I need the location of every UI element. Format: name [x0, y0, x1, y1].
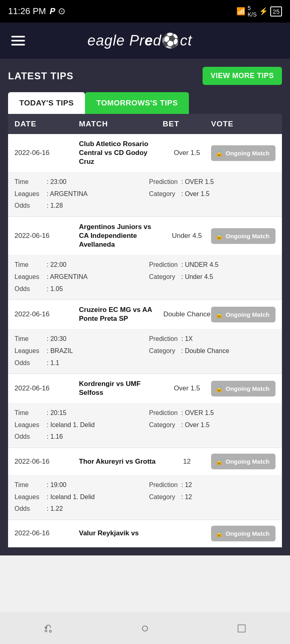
match-3-date: 2022-06-16	[14, 310, 79, 318]
match-5-date: 2022-06-16	[14, 458, 79, 466]
match-6-date: 2022-06-16	[14, 529, 79, 537]
lock-icon-4: 🔒	[215, 385, 223, 392]
label-time-1: Time	[14, 177, 47, 187]
match-row-6: 2022-06-16 Valur Reykjavik vs 🔒 Ongoing …	[8, 520, 282, 547]
lock-icon-1: 🔒	[215, 149, 223, 157]
match-row-3: 2022-06-16 Cruzeiro EC MG vs AA Ponte Pr…	[8, 300, 282, 374]
label-pred-1: Prediction	[149, 177, 181, 187]
match-3-name: Cruzeiro EC MG vs AA Ponte Preta SP	[79, 305, 163, 323]
signal-icon: 📶	[236, 7, 245, 16]
home-button[interactable]: ○	[141, 621, 149, 636]
value-odds-1: : 1.28	[47, 200, 63, 211]
lock-icon-3: 🔒	[215, 311, 223, 318]
table-header-row: DATE MATCH BET VOTE	[8, 114, 282, 134]
col-bet: BET	[163, 120, 211, 128]
match-5-status-button[interactable]: 🔒 Ongoing Match	[211, 454, 276, 469]
tips-table: DATE MATCH BET VOTE 2022-06-16 Club Atle…	[8, 114, 282, 547]
lock-icon-5: 🔒	[215, 458, 223, 465]
match-6-status-button[interactable]: 🔒 Ongoing Match	[211, 526, 276, 541]
app-header: eagle Pred⚽ct	[0, 23, 290, 59]
value-league-1: : ARGENTINA	[47, 189, 87, 199]
match-4-status-button[interactable]: 🔒 Ongoing Match	[211, 381, 276, 396]
bottom-navigation: ⎌ ○ □	[0, 612, 290, 644]
label-odds-1: Odds	[14, 200, 47, 211]
value-time-1: : 23:00	[47, 177, 66, 187]
match-4-date: 2022-06-16	[14, 384, 79, 392]
latest-tips-header: LATEST TIPS VIEW MORE TIPS	[8, 67, 282, 85]
match-2-bet: Under 4.5	[163, 232, 211, 240]
tabs-container: TODAY'S TIPS TOMORROWS'S TIPS	[8, 92, 282, 114]
col-match: MATCH	[79, 120, 163, 128]
match-1-date: 2022-06-16	[14, 149, 79, 157]
latest-tips-title: LATEST TIPS	[8, 70, 74, 82]
match-4-name: Kordrengir vs UMF Selfoss	[79, 380, 163, 397]
status-bar: 11:26 PM 𝙋 ⊙ 📶 5K/S ⚡ 25	[0, 0, 290, 23]
data-speed: 5K/S	[248, 5, 257, 18]
match-2-date: 2022-06-16	[14, 232, 79, 240]
wifi-icon: ⊙	[58, 6, 65, 17]
match-4-bet: Over 1.5	[163, 384, 211, 392]
main-content: LATEST TIPS VIEW MORE TIPS TODAY'S TIPS …	[0, 59, 290, 555]
battery-level: 25	[270, 6, 282, 17]
match-3-status-button[interactable]: 🔒 Ongoing Match	[211, 307, 276, 322]
col-vote: VOTE	[211, 120, 276, 128]
time-display: 11:26 PM	[8, 6, 46, 17]
tab-tomorrow[interactable]: TOMORROWS'S TIPS	[85, 92, 189, 114]
tab-today[interactable]: TODAY'S TIPS	[8, 92, 85, 114]
match-row-2: 2022-06-16 Argentinos Juniors vs CA Inde…	[8, 217, 282, 300]
match-1-bet: Over 1.5	[163, 149, 211, 157]
match-1-name: Club Atletico Rosario Central vs CD Godo…	[79, 140, 163, 166]
recents-button[interactable]: □	[238, 621, 245, 636]
match-row-1: 2022-06-16 Club Atletico Rosario Central…	[8, 134, 282, 217]
app-logo: eagle Pred⚽ct	[87, 32, 192, 49]
match-row-4: 2022-06-16 Kordrengir vs UMF Selfoss Ove…	[8, 374, 282, 448]
menu-button[interactable]	[11, 36, 25, 45]
match-3-bet: Double Chance	[163, 310, 211, 318]
match-2-status-button[interactable]: 🔒 Ongoing Match	[211, 228, 276, 244]
match-5-bet: 12	[163, 458, 211, 466]
lock-icon-2: 🔒	[215, 232, 223, 240]
back-button[interactable]: ⎌	[44, 621, 52, 636]
value-pred-1: : OVER 1.5	[181, 177, 214, 187]
value-cat-1: : Over 1.5	[181, 189, 209, 199]
label-cat-1: Category	[149, 189, 181, 199]
label-league-1: Leagues	[14, 189, 47, 199]
status-icons-area: 📶 5K/S ⚡ 25	[236, 5, 282, 18]
match-1-status-button[interactable]: 🔒 Ongoing Match	[211, 145, 276, 161]
lock-icon-6: 🔒	[215, 530, 223, 537]
match-row-5: 2022-06-16 Thor Akureyri vs Grotta 12 🔒 …	[8, 448, 282, 520]
col-date: DATE	[14, 120, 79, 128]
battery-icon: ⚡	[259, 7, 268, 16]
match-5-name: Thor Akureyri vs Grotta	[79, 457, 163, 466]
p-icon: 𝙋	[49, 6, 55, 17]
status-time-area: 11:26 PM 𝙋 ⊙	[8, 6, 65, 17]
view-more-button[interactable]: VIEW MORE TIPS	[203, 67, 282, 85]
match-6-name: Valur Reykjavik vs	[79, 529, 163, 538]
match-2-name: Argentinos Juniors vs CA Independiente A…	[79, 223, 163, 249]
